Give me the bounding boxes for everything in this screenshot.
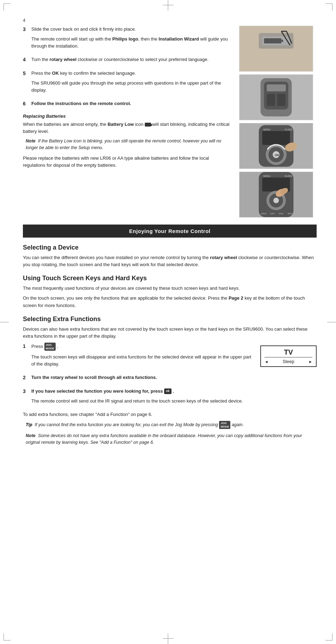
cross-top	[168, 0, 168, 11]
rotary-wheel-bold: rotary wheel	[50, 57, 77, 62]
svg-text:EXIT: EXIT	[270, 213, 275, 215]
step-num-6: 6	[23, 100, 29, 110]
tv-display-title: TV	[265, 348, 312, 357]
svg-rect-13	[277, 94, 286, 106]
page2-bold: Page 2	[229, 295, 243, 301]
crop-mark-bl	[4, 633, 11, 640]
extra-step1-content: Press JOGMODE . The touch screen keys wi…	[31, 343, 253, 370]
replace-text: Please replace the batteries with new LR…	[23, 155, 232, 169]
installation-wizard-bold: Installation Wizard	[158, 36, 199, 42]
images-column: MENU GUIDE OK	[239, 26, 317, 217]
tip-text: Tip If you cannot find the extra functio…	[23, 421, 317, 429]
touch-screen-section: Using Touch Screen Keys and Hard Keys Th…	[23, 275, 317, 309]
replacing-batteries-text: When the batteries are almost empty, the…	[23, 121, 232, 135]
svg-rect-18	[262, 131, 290, 145]
tv-arrow-right	[309, 359, 312, 364]
crop-mark-br	[325, 633, 332, 640]
image-remote-open	[239, 74, 313, 120]
step-6: 6 Follow the instructions on the remote …	[23, 100, 232, 110]
extra-step2-bold: Turn the rotary wheel to scroll through …	[31, 375, 157, 380]
svg-text:BACK: BACK	[261, 213, 267, 215]
touch-screen-text2: On the touch screen, you see only the fu…	[23, 295, 317, 309]
svg-text:GUIDE: GUIDE	[285, 128, 293, 131]
extra-step1-text: Press JOGMODE .	[31, 343, 253, 351]
image-finger-dial: MENU GUIDE BACK EXIT GIVE INFO	[239, 172, 313, 217]
selecting-device-title: Selecting a Device	[23, 244, 317, 251]
section-banner: Enjoying Your Remote Control	[23, 225, 317, 238]
jog-mode-icon-tip: JOGMODE	[219, 421, 230, 429]
step-6-content: Follow the instructions on the remote co…	[31, 100, 232, 110]
svg-point-35	[273, 198, 279, 203]
note2-text: Note Some devices do not have any extra …	[23, 433, 317, 446]
svg-text:GUIDE: GUIDE	[285, 175, 293, 177]
extra-step1-container: TV Sleep 1 Press JOGMODE . The touch scr…	[23, 343, 317, 374]
step-4-text: Turn the rotary wheel clockwise or count…	[31, 56, 232, 63]
step-num-3: 3	[23, 26, 29, 53]
svg-rect-3	[264, 38, 281, 43]
battery-low-bold: Battery Low	[107, 122, 133, 127]
extra-step3-content: If you have selected the function you we…	[31, 388, 317, 407]
jog-mode-icon: JOGMODE	[44, 343, 56, 351]
extra-step1-subtext: The touch screen keys will disappear and…	[31, 354, 253, 368]
step-4-content: Turn the rotary wheel clockwise or count…	[31, 56, 232, 66]
rotary-bold: rotary wheel	[210, 255, 237, 260]
add-functions-text: To add extra functions, see chapter "Add…	[23, 411, 317, 418]
svg-text:GIVE: GIVE	[279, 213, 284, 215]
step-5: 5 Press the OK key to confirm the select…	[23, 70, 232, 97]
images-stack: MENU GUIDE OK	[239, 26, 317, 217]
step-5-content: Press the OK key to confirm the selected…	[31, 70, 232, 97]
extra-step-num-2: 2	[23, 374, 29, 384]
page: 4 3 Slide the cover back on and click it…	[0, 0, 336, 644]
touch-screen-title: Using Touch Screen Keys and Hard Keys	[23, 275, 317, 282]
battery-icon	[145, 123, 151, 127]
extra-step-num-1: 1	[23, 343, 29, 370]
replacing-batteries-heading: Replacing Batteries	[23, 114, 232, 119]
svg-text:OK: OK	[275, 153, 280, 157]
extra-step2-content: Turn the rotary wheel to scroll through …	[31, 374, 317, 384]
extra-functions-section: Selecting Extra Functions Devices can al…	[23, 315, 317, 446]
touch-screen-text1: The most frequently used functions of yo…	[23, 285, 317, 292]
svg-rect-4	[281, 39, 283, 42]
tv-display: TV Sleep	[260, 345, 317, 367]
side-mark-right	[327, 322, 336, 322]
extra-step2-text: Turn the rotary wheel to scroll through …	[31, 374, 317, 381]
top-section: 3 Slide the cover back on and click it f…	[23, 26, 317, 217]
ok-button-icon: ok	[164, 388, 172, 394]
svg-text:MENU: MENU	[263, 175, 270, 177]
svg-text:INFO: INFO	[287, 213, 292, 215]
crop-mark-tr	[325, 4, 332, 11]
note2-label: Note	[26, 433, 36, 438]
step-3-subtext: The remote control will start up with th…	[31, 36, 232, 50]
step-num-5: 5	[23, 70, 29, 97]
extra-step1: 1 Press JOGMODE . The touch screen keys …	[23, 343, 253, 370]
extra-step3: 3 If you have selected the function you …	[23, 388, 317, 407]
steps-column: 3 Slide the cover back on and click it f…	[23, 26, 232, 217]
note1-label: Note	[26, 139, 36, 143]
extra-step3-bold: If you have selected the function you we…	[31, 388, 174, 394]
extra-functions-text1: Devices can also have extra functions th…	[23, 326, 317, 340]
side-mark-left	[0, 322, 9, 322]
step-3-content: Slide the cover back on and click it fir…	[31, 26, 232, 53]
page-number: 4	[23, 18, 317, 23]
cross-bottom	[168, 633, 168, 644]
ok-bold: OK	[52, 70, 59, 76]
step-num-4: 4	[23, 56, 29, 66]
tv-sleep-label: Sleep	[282, 359, 294, 364]
step-3: 3 Slide the cover back on and click it f…	[23, 26, 232, 53]
step-4: 4 Turn the rotary wheel clockwise or cou…	[23, 56, 232, 66]
extra-step3-subtext: The remote control will send out the IR …	[31, 398, 317, 405]
image-battery-cover	[239, 26, 313, 72]
extra-step3-text: If you have selected the function you we…	[31, 388, 317, 395]
tv-arrow-left	[265, 359, 268, 364]
note1-text: Note If the Battery Low icon is blinking…	[23, 138, 232, 151]
selecting-device-section: Selecting a Device You can select the di…	[23, 244, 317, 268]
step-3-text: Slide the cover back on and click it fir…	[31, 26, 232, 33]
image-rotary-dial: MENU GUIDE OK	[239, 123, 313, 169]
step-6-bold: Follow the instructions on the remote co…	[31, 101, 131, 106]
svg-rect-12	[267, 94, 275, 106]
philips-logo-bold: Philips logo	[112, 36, 138, 42]
svg-text:MENU: MENU	[263, 128, 270, 131]
step-5-subtext: The SRU9600 will guide you through the s…	[31, 80, 232, 94]
step-6-text: Follow the instructions on the remote co…	[31, 100, 232, 107]
svg-rect-11	[267, 85, 286, 92]
